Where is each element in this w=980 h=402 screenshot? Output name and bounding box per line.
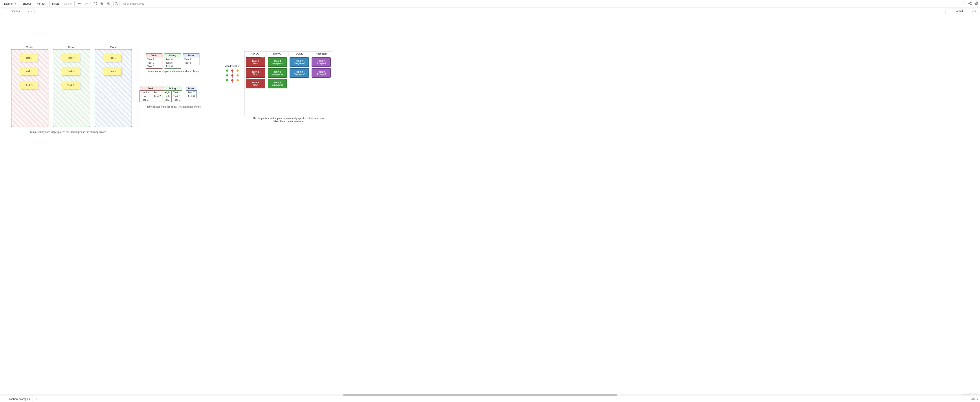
table-cell[interactable]: High <box>163 91 172 94</box>
sticky-note[interactable]: Task 6 <box>62 81 80 89</box>
close-icon[interactable]: ✕ <box>30 10 33 13</box>
pushpin-icon[interactable] <box>231 70 234 73</box>
kanban-column[interactable]: Task 7AcceptedTask 8Accepted <box>310 56 332 114</box>
list-item[interactable]: Task 4 <box>166 58 180 61</box>
list-container[interactable]: ⊟To doTask 1Task 2Task 3 <box>146 54 163 68</box>
pushpin-icon[interactable] <box>226 70 229 73</box>
pushpin-icon[interactable] <box>236 70 239 73</box>
format-button[interactable]: Format <box>35 1 47 6</box>
kanban-card[interactable]: Task 7Accepted <box>312 57 331 67</box>
kanban-card[interactable]: Task 8Accepted <box>312 68 331 78</box>
kanban-card[interactable]: Task 2New <box>246 79 265 88</box>
shapes-button[interactable]: Shapes <box>20 1 33 6</box>
pushpin-icon[interactable] <box>236 74 239 78</box>
delete-button[interactable]: Delete <box>62 1 74 6</box>
table-cell[interactable]: Task 8 <box>186 94 197 98</box>
diagram-menu[interactable]: Diagram ▾ <box>2 1 18 6</box>
sticky-note[interactable]: Task 4 <box>62 54 80 62</box>
sticky-note[interactable]: Task 7 <box>104 54 121 62</box>
list-item[interactable]: Task 3 <box>147 65 161 68</box>
globe-icon[interactable] <box>974 1 978 6</box>
format-panel-selector[interactable]: Format ▾ ✕ <box>945 9 978 14</box>
list-container[interactable]: ⊟DoingTask 4Task 5Task 6 <box>164 54 181 68</box>
kanban-card[interactable]: Task 5In progress <box>268 68 287 78</box>
sticky-column[interactable]: To doTask 1Task 2Task 3 <box>11 49 48 127</box>
collapse-icon[interactable]: ⊟ <box>146 54 148 56</box>
zoom-indicator[interactable]: 70% ▴ <box>969 397 980 401</box>
kanban-card[interactable]: Task 8Completed <box>290 68 309 78</box>
collapse-icon[interactable]: ⊟ <box>186 87 188 88</box>
table-cell[interactable]: Task 6 <box>172 98 182 102</box>
sticky-column[interactable]: DoneTask 7Task 8 <box>95 49 132 127</box>
kanban-column[interactable]: Task 7CompletedTask 8Completed <box>288 56 310 114</box>
table-container[interactable]: ⊟DoingHighTask 4HighTask 5LowTask 6 <box>162 86 182 102</box>
sticky-note[interactable]: Task 5 <box>62 68 80 75</box>
shapes-panel-selector[interactable]: Shapes ▾ ✕ <box>2 9 35 14</box>
zoom-out-button[interactable] <box>106 1 111 6</box>
kanban-card[interactable]: Task 7Completed <box>290 57 309 67</box>
pushpin-icon[interactable] <box>236 79 239 83</box>
card-pins <box>261 57 264 58</box>
fullscreen-button[interactable] <box>92 1 98 6</box>
sticky-note[interactable]: Task 1 <box>20 54 38 62</box>
collapse-icon[interactable]: ⊟ <box>163 87 164 88</box>
table-container[interactable]: ⊟To doMediumTask 1LowTask 2Task 3 <box>140 86 163 102</box>
kanban-card[interactable]: Task 4In progress <box>268 57 287 67</box>
sticky-column[interactable]: DoingTask 4Task 5Task 6 <box>53 49 90 127</box>
list-item[interactable]: Task 1 <box>147 58 161 61</box>
table-cell[interactable]: Task 1 <box>152 91 163 94</box>
kanban-column[interactable]: Task 4In progressTask 5In progressTask 6… <box>266 56 288 114</box>
kanban-template[interactable]: TO DODOINGDONEAccepted Task 3NewTask 1Ne… <box>244 51 332 115</box>
horizontal-scrollbar[interactable] <box>0 394 980 396</box>
add-page-button[interactable]: ＋ <box>33 397 40 401</box>
column-title: To do <box>11 46 48 49</box>
table-cell[interactable]: Medium <box>140 91 152 94</box>
undo-button[interactable] <box>76 1 83 6</box>
tab-kanban-examples[interactable]: kanban-examples <box>6 396 33 402</box>
list-item[interactable]: Task 5 <box>166 61 180 64</box>
zoom-in-button[interactable] <box>99 1 105 6</box>
dark-mode-button[interactable] <box>113 1 119 6</box>
pin-row <box>226 79 239 83</box>
kanban-card[interactable]: Task 6In progress <box>268 79 287 88</box>
drawing-canvas[interactable]: To doTask 1Task 2Task 3DoingTask 4Task 5… <box>0 15 484 191</box>
sticky-note[interactable]: Task 3 <box>20 81 38 89</box>
collapse-icon[interactable]: ⊟ <box>140 87 141 88</box>
table-cell[interactable]: Low <box>163 98 172 102</box>
list-header: Doing <box>164 54 181 57</box>
table-cell[interactable]: Task 7 <box>186 91 197 94</box>
scrollbar-thumb[interactable] <box>343 394 617 396</box>
close-icon[interactable]: ✕ <box>974 10 976 13</box>
collapse-icon[interactable]: ⊟ <box>183 54 185 56</box>
sticky-note[interactable]: Task 8 <box>104 68 121 75</box>
diagram-menu-label: Diagram <box>4 2 14 5</box>
list-item[interactable]: Task 2 <box>147 61 161 64</box>
list-container[interactable]: ⊟DoneTask 7Task 8 <box>183 54 200 65</box>
table-cell[interactable]: High <box>163 94 172 98</box>
pushpin-icon[interactable] <box>231 74 234 78</box>
sticky-note[interactable]: Task 2 <box>20 68 38 75</box>
kanban-card[interactable]: Task 1New <box>246 68 265 78</box>
table-cell[interactable]: Task 2 <box>152 94 163 98</box>
insert-button[interactable]: Insert <box>50 1 61 6</box>
table-cell[interactable]: Task 4 <box>172 91 182 94</box>
card-title: Task 4 <box>269 60 286 62</box>
bell-icon[interactable] <box>962 1 966 6</box>
list-item[interactable]: Task 6 <box>166 65 180 68</box>
kanban-card[interactable]: Task 3New <box>246 57 265 67</box>
kanban-column[interactable]: Task 3NewTask 1NewTask 2New <box>245 56 266 114</box>
table-container[interactable]: ⊟DoneTask 7Task 8 <box>186 86 197 98</box>
pushpin-icon[interactable] <box>231 79 234 83</box>
share-icon[interactable] <box>968 1 972 6</box>
canvas-viewport[interactable]: To doTask 1Task 2Task 3DoingTask 4Task 5… <box>0 15 980 396</box>
list-item[interactable]: Task 8 <box>184 61 198 64</box>
table-cell[interactable]: Task 5 <box>172 94 182 98</box>
pushpin-icon[interactable] <box>226 74 229 78</box>
redo-button[interactable] <box>84 1 90 6</box>
collapse-icon[interactable]: ⊟ <box>165 54 166 56</box>
table-cell[interactable]: Low <box>140 94 152 98</box>
pushpin-icon[interactable] <box>226 79 229 83</box>
list-item[interactable]: Task 7 <box>184 58 198 61</box>
table-cell[interactable]: Task 3 <box>140 98 163 102</box>
drag-handle-icon[interactable]: ⋮ <box>0 397 6 401</box>
